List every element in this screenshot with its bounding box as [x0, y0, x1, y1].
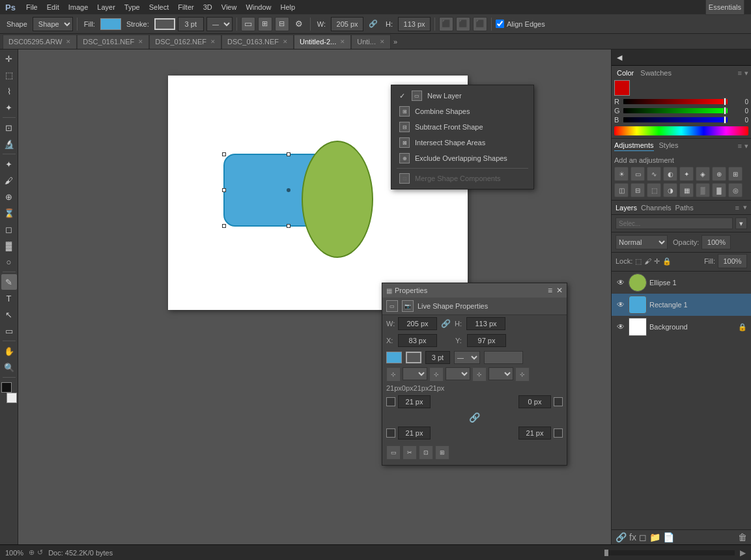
corner-bl-input[interactable]: [398, 427, 431, 440]
layers-filter-icon[interactable]: ▾: [735, 217, 747, 229]
tab-untitled2[interactable]: Untitled-2... ✕: [294, 35, 351, 49]
pen-tool[interactable]: ✎: [1, 274, 17, 290]
g-channel-bar[interactable]: [623, 108, 728, 113]
lasso-tool[interactable]: ⌇: [1, 83, 17, 99]
zoom-tool[interactable]: 🔍: [1, 359, 17, 375]
path-arrange-icon[interactable]: ⊟: [275, 17, 289, 31]
stamp-tool[interactable]: ⊕: [1, 189, 17, 204]
corner-tr-input[interactable]: [518, 395, 551, 408]
height-input[interactable]: 113 px: [398, 17, 431, 31]
menu-window[interactable]: Window: [242, 2, 275, 12]
properties-fill-color[interactable]: [386, 352, 402, 363]
colorbalance-icon[interactable]: ⊕: [712, 167, 726, 181]
menu-view[interactable]: View: [218, 2, 241, 12]
layers-collapse-icon[interactable]: ▾: [743, 203, 747, 212]
width-input[interactable]: 205 px: [331, 17, 363, 31]
g-channel-handle[interactable]: [724, 107, 726, 115]
background-color[interactable]: [7, 393, 17, 403]
styles-tab[interactable]: Styles: [659, 141, 679, 151]
stroke-type-dropdown[interactable]: —: [206, 17, 233, 31]
lock-image-icon[interactable]: 🖌: [644, 257, 651, 265]
corner-link-icon[interactable]: 🔗: [469, 412, 480, 423]
tab-close-1[interactable]: ✕: [138, 38, 143, 45]
properties-width-input[interactable]: [398, 317, 437, 330]
move-tool[interactable]: ✛: [1, 51, 17, 66]
layers-options-icon[interactable]: ≡: [735, 204, 739, 212]
brightness-icon[interactable]: ☀: [614, 167, 629, 181]
link-wh-icon[interactable]: 🔗: [441, 319, 451, 328]
props-cut-icon[interactable]: ✂: [403, 445, 417, 460]
properties-close-button[interactable]: ✕: [556, 286, 563, 295]
menu-combine-shapes[interactable]: ⊞ Combine Shapes: [391, 104, 533, 119]
handle-tm[interactable]: [287, 152, 290, 156]
hsl-icon[interactable]: ◈: [696, 167, 710, 181]
color-panel-collapse[interactable]: ▾: [744, 69, 748, 77]
menu-subtract-front[interactable]: ⊟ Subtract Front Shape: [391, 119, 533, 135]
path-select-tool[interactable]: ↖: [1, 307, 17, 322]
menu-new-layer[interactable]: ▭ New Layer: [391, 88, 533, 104]
magic-wand-tool[interactable]: ✦: [1, 100, 17, 115]
properties-stroke-dash[interactable]: [484, 351, 523, 364]
timeline-bar[interactable]: [604, 550, 735, 555]
channels-tab[interactable]: Channels: [641, 204, 671, 212]
tabs-more-button[interactable]: »: [391, 38, 400, 46]
text-tool[interactable]: T: [1, 290, 17, 306]
fx-icon[interactable]: fx: [629, 532, 636, 542]
layer-eye-background[interactable]: 👁: [616, 322, 626, 332]
b-channel-handle[interactable]: [724, 116, 726, 124]
tab-dsc0163[interactable]: DSC_0163.NEF ✕: [221, 35, 294, 49]
shape-type-dropdown[interactable]: Shape Path Pixels: [33, 17, 73, 31]
forward-icon[interactable]: ▶: [740, 548, 746, 557]
align-center-icon[interactable]: ⬛: [456, 17, 470, 31]
select-tool[interactable]: ⬚: [1, 67, 17, 83]
color-spectrum-bar[interactable]: [614, 126, 748, 135]
layer-fill-input[interactable]: [718, 254, 747, 268]
props-copy-icon[interactable]: ⊡: [419, 445, 433, 460]
threshold-icon[interactable]: ▒: [696, 183, 710, 197]
layer-opacity-input[interactable]: [701, 235, 731, 249]
properties-stroke-type-select[interactable]: —: [454, 351, 480, 364]
handle-tl[interactable]: [222, 152, 226, 156]
props-rect-icon[interactable]: ▭: [386, 445, 401, 460]
menu-edit[interactable]: Edit: [43, 2, 63, 12]
eyedropper-tool[interactable]: 🔬: [1, 136, 17, 152]
handle-bl[interactable]: [222, 224, 226, 228]
shape-settings-icon[interactable]: ⚙: [292, 17, 306, 31]
align-edges-checkbox[interactable]: [496, 20, 504, 28]
handle-bm[interactable]: [287, 224, 290, 228]
align-left-icon[interactable]: ⬛: [439, 17, 453, 31]
b-channel-bar[interactable]: [623, 117, 728, 122]
properties-x-input[interactable]: [398, 334, 437, 347]
fill-color-swatch[interactable]: [100, 18, 121, 30]
corner-br-input[interactable]: [518, 427, 551, 440]
properties-y-input[interactable]: [467, 334, 506, 347]
brush-tool[interactable]: 🖌: [1, 173, 17, 188]
center-handle[interactable]: [287, 188, 290, 192]
color-lookup-icon[interactable]: ⬚: [647, 183, 661, 197]
dodge-tool[interactable]: ○: [1, 254, 17, 270]
props-align-select-2[interactable]: [446, 367, 470, 380]
properties-menu-icon[interactable]: ▦: [386, 287, 392, 294]
color-tab[interactable]: Color: [614, 68, 636, 77]
corner-check-tl[interactable]: [386, 397, 395, 406]
link-dimensions-icon[interactable]: 🔗: [366, 17, 380, 31]
align-tl-icon[interactable]: ⊹: [386, 367, 401, 382]
layer-item-ellipse1[interactable]: 👁 Ellipse 1: [612, 272, 751, 294]
menu-file[interactable]: File: [22, 2, 42, 12]
add-link-icon[interactable]: 🔗: [616, 532, 627, 542]
foreground-color[interactable]: [1, 382, 12, 393]
levels-icon[interactable]: ▭: [631, 167, 645, 181]
canvas-area[interactable]: ▭ New Layer ⊞ Combine Shapes ⊟ Subtract …: [18, 49, 611, 544]
delete-layer-icon[interactable]: 🗑: [738, 532, 747, 542]
r-channel-handle[interactable]: [724, 98, 726, 105]
menu-select[interactable]: Select: [145, 2, 173, 12]
props-align-select-1[interactable]: [403, 367, 427, 380]
stroke-color-swatch[interactable]: [154, 18, 175, 30]
menu-help[interactable]: Help: [277, 2, 300, 12]
timeline-handle[interactable]: [604, 550, 608, 556]
lock-all-icon[interactable]: 🔒: [662, 257, 672, 266]
adjustments-tab[interactable]: Adjustments: [614, 141, 654, 151]
vibrance-icon[interactable]: ✦: [679, 167, 694, 181]
corner-check-bl[interactable]: [386, 428, 395, 438]
invert-icon[interactable]: ◑: [663, 183, 677, 197]
